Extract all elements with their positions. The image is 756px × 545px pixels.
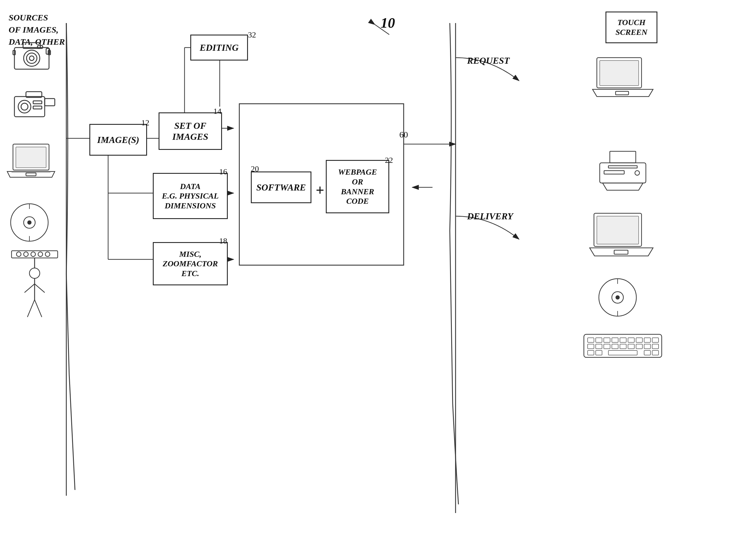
svg-rect-75	[588, 338, 594, 342]
svg-rect-82	[644, 338, 650, 342]
svg-rect-78	[612, 338, 618, 342]
ref-10: 10	[381, 14, 395, 31]
webpage-code-label: WEBPAGE OR BANNER CODE	[338, 167, 377, 206]
ref-60: 60	[399, 130, 408, 140]
svg-rect-87	[612, 344, 618, 349]
svg-rect-76	[596, 338, 602, 342]
printer-icon	[594, 150, 652, 193]
svg-rect-89	[628, 344, 634, 349]
ref-18: 18	[219, 236, 227, 246]
ref-14: 14	[213, 107, 221, 116]
svg-rect-88	[620, 344, 626, 349]
plus-sign: +	[316, 182, 324, 199]
svg-rect-85	[596, 344, 602, 349]
svg-point-42	[28, 221, 31, 224]
svg-rect-94	[596, 350, 602, 355]
disc-icon-right	[597, 277, 639, 318]
svg-rect-77	[604, 338, 610, 342]
svg-rect-37	[16, 147, 46, 168]
svg-line-57	[35, 300, 42, 317]
svg-rect-95	[608, 350, 637, 355]
svg-rect-79	[620, 338, 626, 342]
data-label: DATA E.G. PHYSICAL DIMENSIONS	[162, 182, 219, 211]
svg-point-31	[21, 103, 28, 110]
svg-rect-59	[600, 61, 639, 86]
laptop-icon-left	[6, 141, 56, 182]
svg-rect-91	[644, 344, 650, 349]
person-display-icon	[6, 248, 63, 323]
ref-20: 20	[251, 164, 259, 174]
svg-point-48	[31, 252, 35, 257]
svg-rect-96	[644, 350, 650, 355]
video-camera-icon	[9, 87, 58, 124]
ref-12: 12	[141, 118, 149, 127]
camera-slr-icon	[9, 35, 55, 72]
laptop-icon-bottom-right	[588, 211, 655, 260]
svg-point-46	[16, 252, 21, 257]
svg-point-50	[45, 252, 50, 257]
set-of-images-label: SET OF IMAGES	[172, 120, 208, 142]
laptop-icon-top-right	[591, 55, 655, 101]
svg-rect-63	[608, 166, 637, 168]
images-label: IMAGE(S)	[97, 134, 139, 145]
svg-rect-35	[33, 106, 42, 109]
svg-rect-93	[588, 350, 594, 355]
svg-rect-60	[616, 91, 629, 95]
svg-rect-38	[26, 173, 36, 176]
touch-screen-box: TOUCH SCREEN	[605, 12, 657, 43]
svg-rect-65	[604, 171, 624, 174]
images-box: IMAGE(S)	[89, 124, 147, 156]
disc-icon-left	[9, 202, 50, 244]
svg-rect-81	[636, 338, 642, 342]
svg-rect-68	[614, 250, 628, 254]
svg-line-55	[35, 284, 45, 292]
svg-point-64	[635, 171, 640, 175]
touch-screen-label: TOUCH SCREEN	[616, 18, 648, 37]
svg-point-22	[27, 53, 37, 63]
svg-rect-83	[652, 338, 659, 342]
svg-rect-90	[636, 344, 642, 349]
editing-box: EDITING	[190, 35, 248, 61]
misc-label: MISC, ZOOMFACTOR ETC.	[163, 249, 218, 278]
svg-point-47	[24, 252, 28, 257]
svg-line-56	[27, 300, 35, 317]
data-box: DATA E.G. PHYSICAL DIMENSIONS	[153, 173, 228, 219]
svg-rect-67	[597, 216, 639, 244]
svg-point-21	[24, 50, 40, 66]
keyboard-icon	[582, 331, 663, 360]
svg-rect-61	[610, 151, 636, 163]
software-label: SOFTWARE	[256, 182, 306, 193]
svg-rect-84	[588, 344, 594, 349]
misc-box: MISC, ZOOMFACTOR ETC.	[153, 242, 228, 285]
delivery-label: DELIVERY	[467, 211, 513, 223]
svg-point-71	[616, 296, 619, 299]
svg-point-49	[38, 252, 43, 257]
ref-16: 16	[219, 167, 227, 176]
svg-rect-29	[14, 97, 45, 117]
request-label: REQUEST	[467, 55, 510, 67]
svg-rect-86	[604, 344, 610, 349]
svg-point-52	[29, 268, 40, 278]
svg-rect-80	[628, 338, 634, 342]
software-box: SOFTWARE	[251, 172, 311, 203]
ref-22: 22	[385, 156, 393, 165]
svg-rect-34	[33, 101, 42, 104]
webpage-code-box: WEBPAGE OR BANNER CODE	[326, 160, 389, 213]
editing-label: EDITING	[200, 42, 238, 53]
svg-rect-97	[652, 350, 659, 355]
svg-rect-33	[45, 99, 55, 106]
svg-point-30	[18, 100, 31, 113]
set-of-images-box: SET OF IMAGES	[159, 112, 222, 150]
svg-rect-92	[652, 344, 659, 349]
svg-line-54	[25, 284, 35, 292]
svg-point-23	[29, 56, 34, 61]
ref-32: 32	[248, 30, 256, 40]
patent-diagram: SOURCES OF IMAGES, DATA, OTHER 10 EDITIN…	[0, 0, 756, 545]
